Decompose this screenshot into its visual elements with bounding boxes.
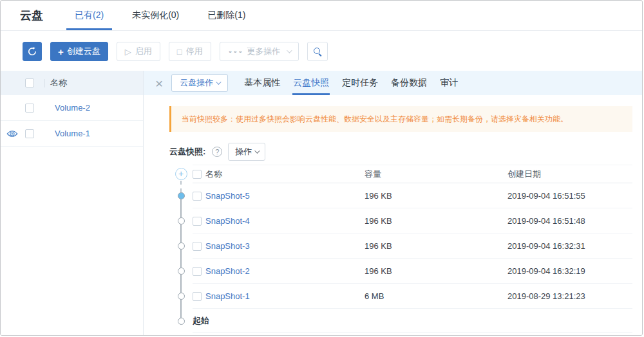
timeline-node [178,268,185,275]
tab-not-instantiated[interactable]: 未实例化(0) [124,1,187,30]
snapshot-4-date: 2019-09-04 16:51:48 [507,216,632,226]
page-title: 云盘 [20,1,43,30]
create-volume-label: 创建云盘 [67,46,100,57]
tab-existing[interactable]: 已有(2) [66,1,112,30]
volume-row-volume-1[interactable]: Volume-1 [1,121,143,147]
snapshot-section-row: 云盘快照: ? 操作 [169,143,632,161]
tab-backup-data[interactable]: 备份数据 [390,71,428,95]
snapshot-4-checkbox[interactable] [193,217,202,226]
snapshot-select-all-checkbox[interactable] [193,170,202,179]
tab-existing-label: 已有(2) [75,10,104,21]
snapshot-2-checkbox[interactable] [193,267,202,276]
ellipsis-icon: ∘∘∘ [228,48,243,55]
disable-label: 停用 [186,46,203,57]
tab-deleted-label: 已删除(1) [207,10,245,21]
name-column-header: 名称 [50,77,67,89]
snapshot-warning-banner: 当前快照较多：使用过多快照会影响云盘性能、数据安全以及主存储容量；如需长期备份，… [169,106,632,132]
snapshot-4-size: 196 KB [365,216,507,226]
snapshot-2-link[interactable]: SnapShot-2 [205,266,365,276]
volume-1-link[interactable]: Volume-1 [55,129,90,138]
timeline-node [178,242,185,250]
volume-1-checkbox[interactable] [25,129,34,138]
volume-list-header: 名称 [1,71,143,95]
snapshot-3-checkbox[interactable] [193,242,202,251]
tab-audit-label: 审计 [440,77,458,89]
refresh-button[interactable] [23,42,42,61]
search-icon [313,47,322,56]
close-icon[interactable]: × [155,77,163,90]
snapshot-3-date: 2019-09-04 16:32:31 [507,241,632,251]
header-divider [44,79,45,87]
volume-2-link[interactable]: Volume-2 [55,103,90,113]
more-actions-button[interactable]: ∘∘∘ 更多操作 [220,42,299,61]
volume-list-panel: 名称 Volume-2 Volume-1 [1,71,144,336]
timeline-origin-node [178,318,185,325]
snapshot-1-size: 6 MB [365,291,507,301]
enable-label: 启用 [135,46,152,57]
tab-basic-properties-label: 基本属性 [244,77,280,89]
tab-audit[interactable]: 审计 [439,71,459,95]
snapshot-warning-text: 当前快照较多：使用过多快照会影响云盘性能、数据安全以及主存储容量；如需长期备份，… [182,114,568,125]
tab-volume-snapshot[interactable]: 云盘快照 [292,71,330,95]
chevron-down-icon [287,48,292,53]
detail-tabs: 基本属性 云盘快照 定时任务 备份数据 审计 [243,71,470,95]
snapshot-4-link[interactable]: SnapShot-4 [205,216,365,226]
create-volume-button[interactable]: + 创建云盘 [50,42,108,61]
tab-scheduled-tasks[interactable]: 定时任务 [341,71,379,95]
eye-icon [6,129,18,141]
snapshot-row: SnapShot-1 6 MB 2019-08-29 13:21:23 [169,284,632,309]
volume-2-checkbox[interactable] [25,104,34,113]
snapshot-row: SnapShot-2 196 KB 2019-09-04 16:32:19 [169,259,632,284]
timeline-current-node [178,192,185,199]
more-actions-label: 更多操作 [247,46,280,57]
volume-actions-label: 云盘操作 [180,77,213,89]
snapshot-2-size: 196 KB [365,266,507,276]
snapshot-5-checkbox[interactable] [193,192,202,201]
tab-volume-snapshot-label: 云盘快照 [293,77,329,89]
disable-button[interactable]: □ 停用 [169,42,211,61]
snapshot-date-header: 创建日期 [507,168,632,180]
play-icon: ▷ [125,48,131,56]
snapshot-1-link[interactable]: SnapShot-1 [205,291,365,301]
snapshot-5-date: 2019-09-04 16:51:55 [507,191,632,201]
timeline-origin-row: 起始 [169,309,632,333]
help-icon[interactable]: ? [212,147,222,157]
snapshot-table: + 名称 容量 创建日期 SnapShot-5 196 KB 2019-09-0… [169,165,632,333]
origin-label: 起始 [193,315,632,327]
plus-icon: + [58,47,64,57]
top-bar: 云盘 已有(2) 未实例化(0) 已删除(1) [1,1,642,31]
tab-backup-data-label: 备份数据 [391,77,427,89]
tab-basic-properties[interactable]: 基本属性 [243,71,281,95]
search-button[interactable] [307,42,328,61]
snapshot-size-header: 容量 [365,168,507,180]
chevron-down-icon [255,148,260,153]
snapshot-5-link[interactable]: SnapShot-5 [205,191,365,201]
tab-scheduled-tasks-label: 定时任务 [342,77,378,89]
snapshot-row: SnapShot-5 196 KB 2019-09-04 16:51:55 [169,183,632,208]
snapshot-1-checkbox[interactable] [193,292,202,301]
stop-icon: □ [177,48,182,56]
timeline-node [178,217,185,224]
toolbar: + 创建云盘 ▷ 启用 □ 停用 ∘∘∘ 更多操作 [1,31,642,71]
snapshot-section-label: 云盘快照: [169,146,205,158]
tab-deleted[interactable]: 已删除(1) [199,1,254,30]
snapshot-5-size: 196 KB [365,191,507,201]
snapshot-table-header: + 名称 容量 创建日期 [169,165,632,183]
create-snapshot-icon[interactable]: + [175,168,187,180]
chevron-down-icon [216,79,221,84]
detail-panel: × 云盘操作 基本属性 云盘快照 定时任务 备份数据 审计 当前快照较多：使用过… [144,71,642,336]
operate-button[interactable]: 操作 [228,143,265,161]
detail-body: 当前快照较多：使用过多快照会影响云盘性能、数据安全以及主存储容量；如需长期备份，… [144,95,642,336]
volume-actions-button[interactable]: 云盘操作 [171,74,228,92]
operate-label: 操作 [235,146,252,158]
snapshot-3-size: 196 KB [365,241,507,251]
enable-button[interactable]: ▷ 启用 [117,42,160,61]
tab-not-instantiated-label: 未实例化(0) [132,10,179,21]
refresh-icon [27,46,37,57]
timeline-node [178,293,185,300]
volume-row-volume-2[interactable]: Volume-2 [1,95,143,121]
select-all-checkbox[interactable] [25,78,34,87]
snapshot-name-header: 名称 [205,168,365,180]
snapshot-3-link[interactable]: SnapShot-3 [205,241,365,251]
snapshot-1-date: 2019-08-29 13:21:23 [507,291,632,301]
